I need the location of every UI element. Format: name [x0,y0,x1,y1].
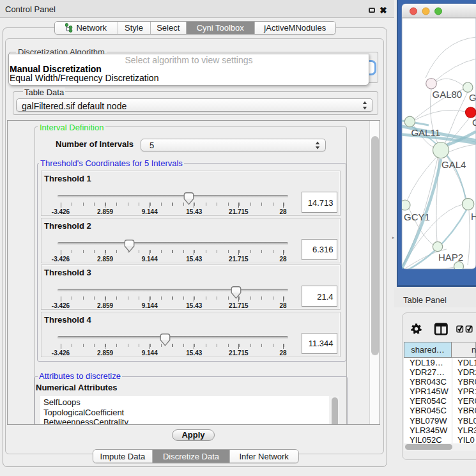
svg-text:H: H [471,211,476,222]
svg-text:GAL80: GAL80 [433,89,463,100]
svg-text:GCY1: GCY1 [404,211,430,222]
svg-text:GAL11: GAL11 [411,127,440,138]
svg-text:HAP2: HAP2 [438,252,463,263]
svg-text:GAL4: GAL4 [441,159,466,170]
svg-text:GA: GA [469,92,476,103]
svg-text:C: C [472,117,476,128]
